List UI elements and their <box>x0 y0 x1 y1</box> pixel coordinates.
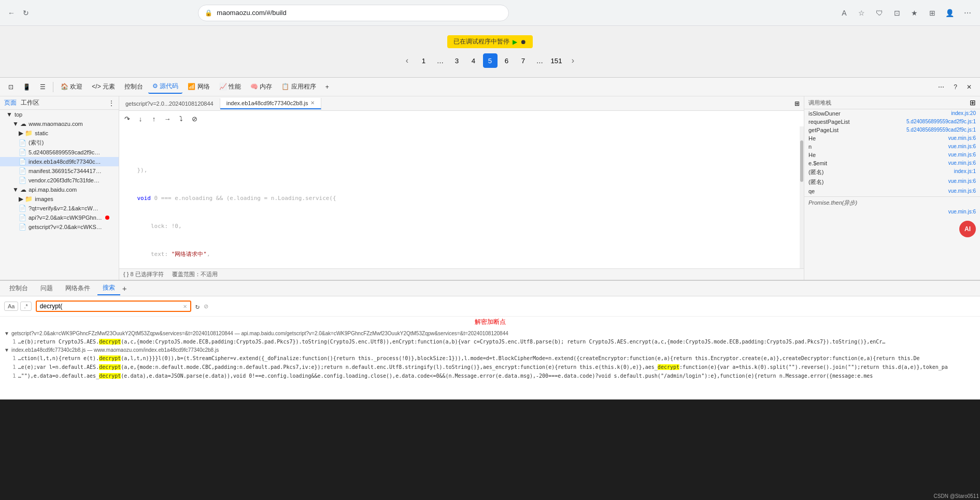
page-7-button[interactable]: 7 <box>516 53 531 68</box>
page-4-button[interactable]: 4 <box>466 53 481 68</box>
tree-item-static[interactable]: ▶ 📁 static <box>0 128 119 138</box>
page-next-button[interactable]: › <box>566 53 580 68</box>
tree-item-images[interactable]: ▶ 📁 images <box>0 194 119 204</box>
code-scrollbar[interactable] <box>800 126 804 268</box>
devtools-application-tab[interactable]: 📋 应用程序 <box>277 80 320 93</box>
callstack-item-anon2[interactable]: (匿名) vue.min.js:6 <box>804 177 980 187</box>
devtools-elements-tab[interactable]: </> 元素 <box>88 80 119 93</box>
devtools-pointer-button[interactable]: ☰ <box>36 81 50 93</box>
format-icon[interactable]: ⊞ <box>794 100 800 107</box>
callstack-promise: Promise.then(异步) <box>804 198 980 208</box>
tree-item-qt-verify[interactable]: 📄 ?qt=verify&v=2.1&ak=cW… <box>0 204 119 213</box>
add-tab-button[interactable]: + <box>122 284 126 293</box>
tree-item-top[interactable]: ▼ top <box>0 110 119 119</box>
callstack-item-emit[interactable]: e.$emit vue.min.js:6 <box>804 159 980 167</box>
devtools-more-tabs[interactable]: + <box>321 81 333 93</box>
filetree-menu-icon[interactable]: ⋮ <box>108 99 115 107</box>
favorites-icon[interactable]: ★ <box>907 6 922 20</box>
devtools-memory-tab[interactable]: 🧠 内存 <box>246 80 276 93</box>
tree-item-5d24[interactable]: 📄 5.d240856899559cad2f9c… <box>0 148 119 157</box>
result-item-index-2[interactable]: 1 …e(e);var l=n.default.AES.decrypt(a,e,… <box>0 363 980 372</box>
file-icon: 📄 <box>19 139 26 147</box>
page-prev-button[interactable]: ‹ <box>400 53 415 68</box>
bottom-tab-console[interactable]: 控制台 <box>4 282 33 295</box>
code-tab-getscript[interactable]: getscript?v=2.0...20240108120844 <box>119 98 220 109</box>
bookmark-icon[interactable]: ☆ <box>855 6 869 20</box>
split-view-icon[interactable]: ⊡ <box>890 6 904 20</box>
page-5-button[interactable]: 5 <box>483 53 498 68</box>
page-ellipsis-2[interactable]: … <box>533 53 547 68</box>
bottom-tab-network-conditions[interactable]: 网络条件 <box>60 282 95 295</box>
tree-item-maomaozu[interactable]: ▼ ☁ www.maomaozu.com <box>0 119 119 128</box>
callstack-item-getpagelist[interactable]: getPageList 5.d240856899559cad2f9c.js:1 <box>804 126 980 134</box>
callstack-item-requestpagelist[interactable]: requestPageList 5.d240856899559cad2f9c.j… <box>804 118 980 126</box>
tree-item-baidu[interactable]: ▼ ☁ api.map.baidu.com <box>0 185 119 194</box>
code-tab-index[interactable]: index.eb1a48cd9fc77340c2b8.js ✕ <box>220 98 321 109</box>
search-cancel-icon[interactable]: ⊘ <box>204 302 208 310</box>
code-scroll-thumb[interactable] <box>800 140 803 182</box>
tree-item-index[interactable]: 📄 (索引) <box>0 138 119 148</box>
callstack-item-anon1[interactable]: (匿名) index.js:1 <box>804 167 980 177</box>
step-into-button[interactable]: ↓ <box>135 113 146 124</box>
devtools-home-tab[interactable]: 🏠 欢迎 <box>56 80 87 93</box>
callstack-item-last[interactable]: vue.min.js:6 <box>804 208 980 216</box>
tree-item-manifest[interactable]: 📄 manifest.366915c7344417… <box>0 166 119 176</box>
result-item-index-1[interactable]: 1 …ction(l,t,n){return e(t).decrypt(a,l,… <box>0 354 980 363</box>
callstack-item-n[interactable]: n vue.min.js:6 <box>804 142 980 151</box>
callstack-item-isslowduner[interactable]: isSlowDuner index.js:20 <box>804 109 980 118</box>
devtools-network-tab[interactable]: 📶 网络 <box>183 80 214 93</box>
devtools-close-button[interactable]: ✕ <box>962 81 976 93</box>
search-case-sensitive-button[interactable]: Aa <box>4 302 18 311</box>
page-1-button[interactable]: 1 <box>417 53 431 68</box>
devtools-help-button[interactable]: ? <box>949 81 961 93</box>
more-icon[interactable]: ⋯ <box>960 6 975 20</box>
result-item-index-3[interactable]: 1 …""),e.data=o.default.aes_decrypt(e.da… <box>0 372 980 380</box>
tree-item-index-eb1a[interactable]: 📄 index.eb1a48cd9fc77340c… <box>0 157 119 166</box>
page-3-button[interactable]: 3 <box>450 53 464 68</box>
play-icon[interactable]: ▶ <box>513 38 517 46</box>
forward-button[interactable]: ↻ <box>20 7 32 19</box>
result-group-getscript-header[interactable]: ▼ getscript?v=2.0&ak=cWK9PGhncFZzMwf23Ou… <box>0 330 980 337</box>
address-bar[interactable]: 🔒 maomaozu.com/#/build <box>198 5 509 21</box>
tree-item-vendor[interactable]: 📄 vendor.c206f3dfc7fc31fde… <box>0 176 119 185</box>
bottom-tab-issues[interactable]: 问题 <box>35 282 58 295</box>
step-over-button[interactable]: ↷ <box>121 113 133 124</box>
code-content[interactable]: }), void 0 === e.noloading && (e.loading… <box>119 126 804 268</box>
devtools-sources-tab[interactable]: ⚙ 源代码 <box>148 80 182 94</box>
page-ellipsis-1[interactable]: … <box>433 53 448 68</box>
page-151-button[interactable]: 151 <box>549 53 564 68</box>
devtools-more-button[interactable]: ⋯ <box>934 81 948 93</box>
translate-icon[interactable]: A <box>837 6 851 20</box>
tree-item-api-v2[interactable]: 📄 api?v=2.0&ak=cWK9PGhn… <box>0 213 119 222</box>
result-item-getscript-1[interactable]: 1 …e(b);return CryptoJS.AES.decrypt(a,c,… <box>0 337 980 346</box>
bottom-tab-search[interactable]: 搜索 <box>97 281 120 295</box>
step-button[interactable]: ⤵ <box>175 113 187 124</box>
search-regex-button[interactable]: .* <box>20 302 31 311</box>
back-button[interactable]: ← <box>5 7 18 19</box>
page-tab[interactable]: 页面 <box>4 98 17 107</box>
collections-icon[interactable]: ⊞ <box>925 6 940 20</box>
profile-icon[interactable]: 👤 <box>943 6 957 20</box>
devtools-inspect-button[interactable]: ⊡ <box>4 81 18 93</box>
devtools-console-tab[interactable]: 控制台 <box>120 80 147 93</box>
ai-badge[interactable]: AI <box>959 221 976 237</box>
tree-item-getscript[interactable]: 📄 getscript?v=2.0&ak=cWKS… <box>0 222 119 232</box>
devtools-device-button[interactable]: 📱 <box>19 81 35 93</box>
result-group-index-header[interactable]: ▼ index.eb1a48cd9fc77340c2b8.js — www.ma… <box>0 346 980 354</box>
continue-button[interactable]: → <box>162 113 173 124</box>
tab-close-icon[interactable]: ✕ <box>310 100 315 106</box>
search-input[interactable] <box>40 303 183 310</box>
devtools-performance-tab[interactable]: 📈 性能 <box>215 80 245 93</box>
callstack-item-he1[interactable]: He vue.min.js:6 <box>804 134 980 142</box>
search-clear-icon[interactable]: ✕ <box>183 303 187 310</box>
callstack-item-he2[interactable]: He vue.min.js:6 <box>804 151 980 159</box>
search-refresh-icon[interactable]: ↻ <box>195 302 200 310</box>
callstack-item-qe[interactable]: qe vue.min.js:6 <box>804 187 980 195</box>
workspace-tab[interactable]: 工作区 <box>21 98 39 107</box>
record-icon[interactable]: ⏺ <box>520 38 527 46</box>
step-out-button[interactable]: ↑ <box>148 113 160 124</box>
deactivate-button[interactable]: ⊘ <box>189 113 200 124</box>
callstack-expand-icon[interactable]: ⊞ <box>970 98 976 107</box>
shield-icon[interactable]: 🛡 <box>872 6 887 20</box>
page-6-button[interactable]: 6 <box>500 53 514 68</box>
